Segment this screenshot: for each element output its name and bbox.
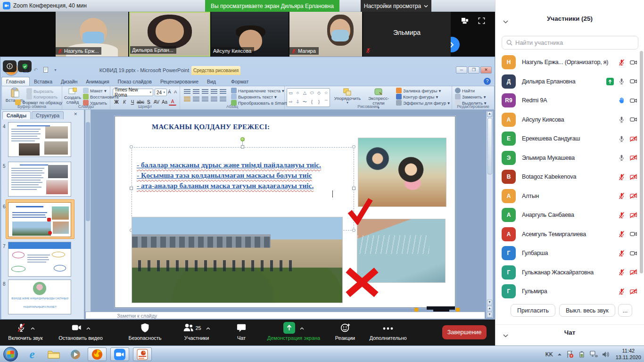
undo-icon[interactable]: ↶: [32, 66, 39, 73]
tab-outline[interactable]: Структура: [32, 111, 64, 119]
video-tile[interactable]: Назгуль Ерж...: [56, 12, 128, 57]
paragraph-format-icon[interactable]: [211, 97, 217, 102]
ppt-title-bar[interactable]: ↶ ▾ КОВИД 19.pptx - Microsoft PowerPoint…: [0, 66, 495, 77]
video-tile[interactable]: Дильяра Ерлан...: [129, 12, 210, 57]
powerpoint-icon[interactable]: [133, 347, 152, 361]
search-participant-input[interactable]: Найти участника: [502, 36, 638, 49]
resize-handle[interactable]: [352, 145, 355, 148]
close-button[interactable]: ✕: [480, 66, 492, 74]
resize-handle[interactable]: [352, 187, 355, 190]
paragraph-format-icon[interactable]: [184, 97, 190, 102]
clock[interactable]: 11:42 13.11.2020: [614, 348, 641, 361]
cut-button[interactable]: Вырезать: [26, 88, 53, 94]
participant-row[interactable]: ГГулбарша: [495, 244, 644, 263]
mute-all-button[interactable]: Выкл. весь звук: [559, 304, 615, 317]
slide-thumbnail-5[interactable]: [8, 162, 71, 197]
ribbon-tab-1[interactable]: Главная: [1, 77, 30, 86]
find-button[interactable]: Найти: [455, 88, 475, 93]
paragraph-format-icon[interactable]: [220, 97, 226, 102]
chevron-up-icon[interactable]: [31, 325, 35, 331]
participant-row[interactable]: ААсемгуль Темиргалиева: [495, 225, 644, 244]
toolbar-people[interactable]: 25Участники: [171, 322, 223, 341]
paragraph-format-icon[interactable]: [211, 89, 217, 94]
start-orb-icon[interactable]: [1, 347, 20, 361]
gallery-view-icon[interactable]: [461, 17, 469, 26]
shape-outline-button[interactable]: Контур фигуры ▾: [396, 94, 438, 99]
arrange-button[interactable]: Упорядочить▾: [333, 88, 362, 105]
participant-row[interactable]: ГГульжанар Жаскайратовна: [495, 263, 644, 282]
participant-row[interactable]: ННазгуль Ержа... (Организатор, я): [495, 53, 644, 72]
ribbon-tab-4[interactable]: Анимация: [82, 77, 113, 86]
participant-row[interactable]: ААйсулу Киясова: [495, 110, 644, 130]
volume-icon[interactable]: [602, 351, 610, 358]
toolbar-share-screen[interactable]: Демонстрация экрана: [258, 322, 329, 341]
resize-handle[interactable]: [352, 229, 355, 232]
network-icon[interactable]: [590, 351, 598, 358]
participants-scrollbar[interactable]: [640, 51, 643, 273]
participant-row[interactable]: R9Redmi 9A: [495, 91, 644, 110]
participant-row[interactable]: ДДильяра Ерлановна: [495, 72, 644, 91]
slide-canvas[interactable]: МАСКАНЫ ҚОЛДАНУ ЕРЕЖЕСІ: - балалар маска…: [115, 116, 455, 308]
panel-scrollbar[interactable]: [85, 110, 91, 319]
toolbar-reactions[interactable]: Реакции: [330, 322, 360, 341]
toolbar-mic-off[interactable]: Включить звук: [4, 322, 47, 341]
paragraph-format-icon[interactable]: [202, 89, 208, 94]
chevron-up-icon[interactable]: [300, 325, 304, 331]
participant-row[interactable]: ААнаргуль Санбаева: [495, 206, 644, 225]
explorer-folder-icon[interactable]: [44, 347, 63, 361]
slide-thumbnail-4[interactable]: [8, 122, 71, 157]
print-preview-icon[interactable]: [42, 66, 49, 73]
slide-scrollbar[interactable]: ▲ ▼ ▲ ▼: [486, 111, 493, 318]
grow-font-button[interactable]: А́: [168, 89, 171, 94]
zoom-app-icon[interactable]: [110, 347, 129, 361]
slide-thumbnail-7[interactable]: [8, 242, 71, 277]
action-center-icon[interactable]: [566, 351, 574, 358]
paragraph-format-icon[interactable]: [202, 97, 208, 102]
meeting-info-icon[interactable]: [3, 60, 17, 72]
text-direction-button[interactable]: Направление текста ▾: [231, 88, 284, 93]
notes-pane[interactable]: Заметки к слайду: [85, 312, 485, 319]
participant-row[interactable]: ЭЭльмира Мукашева: [495, 148, 644, 168]
firefox-icon[interactable]: [88, 347, 107, 361]
participant-row[interactable]: ААлтын: [495, 187, 644, 206]
video-tile[interactable]: Магира: [289, 12, 362, 57]
ribbon-tab-2[interactable]: Вставка: [30, 77, 57, 86]
ribbon-tab-5[interactable]: Показ слайдов: [114, 77, 156, 86]
toolbar-more[interactable]: Дополнительно: [365, 322, 411, 341]
qat-dropdown-icon[interactable]: ▾: [52, 66, 59, 73]
invite-button[interactable]: Пригласить: [511, 304, 555, 317]
panel-close-icon[interactable]: ✕: [74, 112, 77, 116]
chevron-up-icon[interactable]: [86, 325, 91, 331]
battery-icon[interactable]: [578, 351, 586, 358]
resize-handle[interactable]: [241, 145, 244, 148]
language-indicator[interactable]: KK: [545, 351, 553, 358]
ribbon-tab-3[interactable]: Дизайн: [57, 77, 82, 86]
toolbar-camera[interactable]: Остановить видео: [50, 322, 112, 341]
font-size-combo[interactable]: 24▾: [155, 89, 167, 96]
ribbon-tab-8[interactable]: Формат: [227, 77, 253, 86]
next-slide-button[interactable]: ▼: [487, 312, 492, 318]
layout-button[interactable]: Макет ▾: [83, 88, 107, 93]
new-slide-button[interactable]: Создать слайд: [63, 88, 82, 105]
shrink-font-button[interactable]: А: [174, 89, 177, 94]
slide-thumbnail-8[interactable]: ӨЗІҢІЗДІ ЖӘНЕ ЖАҚЫНДАРЫҢЫЗДЫ САҚТАҢЫЗ! Н…: [8, 280, 71, 314]
ribbon-tab-7[interactable]: Вид: [203, 77, 220, 86]
align-text-button[interactable]: Выровнять текст ▾: [231, 94, 277, 99]
toolbar-chat[interactable]: Чат: [228, 322, 255, 341]
shape-fill-button[interactable]: Заливка фигуры ▾: [396, 88, 441, 93]
minimize-button[interactable]: ─: [456, 66, 467, 74]
more-options-button[interactable]: ...: [618, 304, 632, 317]
copy-button[interactable]: Копировать: [26, 94, 58, 99]
media-player-icon[interactable]: [66, 347, 85, 361]
tray-expand-icon[interactable]: [557, 353, 562, 356]
tab-slides[interactable]: Слайды: [2, 111, 31, 119]
resize-handle[interactable]: [130, 145, 133, 148]
slide-thumbnail-6[interactable]: [8, 202, 71, 237]
paragraph-format-icon[interactable]: [193, 89, 199, 94]
participant-row[interactable]: ГГульмира: [495, 282, 644, 301]
previous-slide-button[interactable]: ▲: [487, 306, 492, 312]
meeting-info[interactable]: Zoom Конференция, 40 мин: [3, 2, 87, 9]
participant-row[interactable]: ВBotagoz Kabekenova: [495, 167, 644, 187]
end-meeting-button[interactable]: Завершение: [442, 325, 487, 339]
paragraph-format-icon[interactable]: [184, 89, 190, 94]
